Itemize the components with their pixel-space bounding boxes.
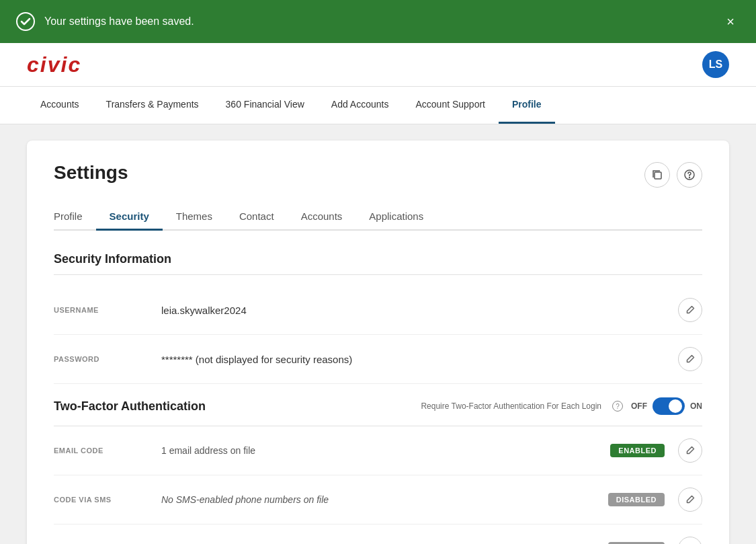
sms-code-label: CODE VIA SMS bbox=[54, 496, 161, 504]
sms-code-row: CODE VIA SMS No SMS-enabled phone number… bbox=[54, 475, 702, 524]
main-content: Settings Profile bbox=[0, 124, 756, 544]
nav-item-add-accounts[interactable]: Add Accounts bbox=[318, 87, 403, 124]
help-icon-button[interactable] bbox=[677, 162, 702, 188]
security-section-title: Security Information bbox=[54, 252, 702, 275]
username-edit-button[interactable] bbox=[678, 298, 702, 322]
toggle-off-label: OFF bbox=[631, 401, 647, 411]
settings-card: Settings Profile bbox=[27, 141, 729, 544]
nav-item-account-support[interactable]: Account Support bbox=[402, 87, 499, 124]
success-message: Your settings have been saved. bbox=[44, 15, 194, 28]
email-code-row: EMAIL CODE 1 email address on file ENABL… bbox=[54, 426, 702, 475]
twofa-title: Two-Factor Authentication bbox=[54, 399, 206, 414]
sms-code-badge: DISABLED bbox=[608, 493, 665, 506]
success-check-icon bbox=[16, 12, 35, 31]
settings-header: Settings bbox=[54, 162, 702, 188]
success-banner-content: Your settings have been saved. bbox=[16, 12, 194, 31]
twofa-toggle-group: OFF ON bbox=[631, 397, 702, 415]
email-code-badge: ENABLED bbox=[610, 444, 665, 457]
twofa-app-edit-button[interactable] bbox=[678, 537, 702, 544]
tab-contact[interactable]: Contact bbox=[226, 204, 288, 231]
settings-tabs: Profile Security Themes Contact Accounts… bbox=[54, 204, 702, 231]
twofa-app-row: 2FA APP Authentication app not enabled D… bbox=[54, 524, 702, 544]
sms-code-value: No SMS-enabled phone numbers on file bbox=[161, 494, 608, 505]
username-row: USERNAME leia.skywalker2024 bbox=[54, 286, 702, 335]
twofa-toggle[interactable] bbox=[653, 397, 685, 415]
password-edit-button[interactable] bbox=[678, 347, 702, 371]
nav-item-transfers[interactable]: Transfers & Payments bbox=[93, 87, 212, 124]
tab-applications[interactable]: Applications bbox=[355, 204, 437, 231]
nav-item-profile[interactable]: Profile bbox=[499, 87, 555, 124]
email-code-value: 1 email address on file bbox=[161, 445, 610, 456]
banner-close-button[interactable]: × bbox=[721, 12, 740, 31]
twofa-controls: Require Two-Factor Authentication For Ea… bbox=[421, 397, 702, 415]
success-banner: Your settings have been saved. × bbox=[0, 0, 756, 43]
header: civic LS bbox=[0, 43, 756, 87]
username-value: leia.skywalker2024 bbox=[161, 305, 678, 316]
twofa-info-icon[interactable]: ? bbox=[612, 401, 623, 412]
toggle-on-label: ON bbox=[690, 401, 702, 411]
tab-themes[interactable]: Themes bbox=[163, 204, 226, 231]
settings-icon-buttons bbox=[644, 162, 702, 188]
tab-profile[interactable]: Profile bbox=[54, 204, 96, 231]
twofa-toggle-label: Require Two-Factor Authentication For Ea… bbox=[421, 401, 601, 411]
sms-code-edit-button[interactable] bbox=[678, 488, 702, 512]
password-row: PASSWORD ******** (not displayed for sec… bbox=[54, 335, 702, 384]
twofa-app-actions: DISABLED bbox=[608, 537, 702, 544]
main-nav: Accounts Transfers & Payments 360 Financ… bbox=[0, 87, 756, 124]
security-section: Security Information USERNAME leia.skywa… bbox=[54, 252, 702, 384]
email-code-edit-button[interactable] bbox=[678, 438, 702, 463]
twofa-section: Two-Factor Authentication Require Two-Fa… bbox=[54, 384, 702, 544]
svg-point-2 bbox=[689, 178, 690, 178]
password-value: ******** (not displayed for security rea… bbox=[161, 354, 678, 365]
nav-item-accounts[interactable]: Accounts bbox=[27, 87, 93, 124]
tab-accounts[interactable]: Accounts bbox=[288, 204, 356, 231]
logo: civic bbox=[27, 52, 81, 77]
email-code-label: EMAIL CODE bbox=[54, 446, 161, 455]
tab-security[interactable]: Security bbox=[96, 204, 163, 231]
toggle-slider bbox=[653, 397, 685, 415]
nav-item-financial[interactable]: 360 Financial View bbox=[212, 87, 318, 124]
avatar[interactable]: LS bbox=[702, 51, 729, 78]
password-label: PASSWORD bbox=[54, 355, 161, 363]
copy-icon-button[interactable] bbox=[644, 162, 670, 188]
settings-title: Settings bbox=[54, 162, 128, 184]
email-code-actions: ENABLED bbox=[610, 438, 702, 463]
username-label: USERNAME bbox=[54, 306, 161, 314]
twofa-header: Two-Factor Authentication Require Two-Fa… bbox=[54, 384, 702, 426]
svg-rect-0 bbox=[655, 172, 661, 179]
sms-code-actions: DISABLED bbox=[608, 488, 702, 512]
